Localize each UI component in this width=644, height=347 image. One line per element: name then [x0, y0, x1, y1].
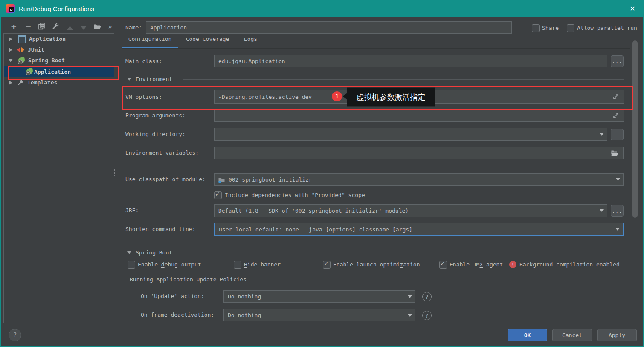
- jre-browse-button[interactable]: ...: [611, 205, 624, 217]
- main-class-input[interactable]: edu.jgsu.Application: [214, 55, 607, 67]
- on-update-dropdown-button[interactable]: [404, 291, 415, 302]
- name-label: Name:: [125, 24, 142, 31]
- tree-item-application-group[interactable]: Application: [4, 34, 114, 44]
- tree-item-junit-group[interactable]: JUnit: [4, 44, 114, 55]
- collapse-arrow-icon[interactable]: [9, 59, 13, 62]
- environment-section-line: [183, 79, 624, 80]
- jre-dropdown-button[interactable]: [596, 205, 607, 217]
- shorten-command-line-select[interactable]: user-local default: none - java [options…: [214, 223, 624, 236]
- environment-variables-input[interactable]: [214, 147, 624, 159]
- tree-item-templates[interactable]: Templates: [4, 77, 114, 88]
- name-input[interactable]: Application: [146, 21, 512, 34]
- main-class-browse-button[interactable]: ...: [611, 55, 624, 67]
- share-label: Share: [542, 25, 559, 31]
- include-provided-scope-checkbox[interactable]: ✓: [214, 191, 222, 199]
- spring-boot-type-icon: [18, 57, 25, 64]
- expand-arrow-icon[interactable]: [9, 48, 12, 52]
- on-update-action-select[interactable]: Do nothing: [223, 290, 415, 303]
- working-directory-label: Working directory:: [125, 131, 186, 137]
- on-update-action-label: On 'Update' action:: [141, 293, 204, 299]
- chevron-down-icon: [600, 133, 604, 136]
- allow-parallel-run-checkbox[interactable]: [567, 24, 574, 32]
- enable-launch-optimization-label: Enable launch optimization: [333, 261, 420, 268]
- templates-wrench-icon: [17, 79, 24, 86]
- jre-label: JRE:: [125, 207, 139, 214]
- use-classpath-select[interactable]: 002-springboot-initializr: [214, 173, 624, 186]
- jre-select[interactable]: Default (1.8 - SDK of '002-springboot-in…: [214, 204, 607, 217]
- expand-arrow-icon[interactable]: [9, 37, 12, 41]
- program-arguments-label: Program arguments:: [125, 112, 186, 119]
- working-directory-dropdown-button[interactable]: [596, 128, 607, 140]
- open-folder-icon[interactable]: [611, 149, 619, 156]
- chevron-down-icon: [408, 314, 412, 317]
- help-icon[interactable]: ?: [422, 292, 432, 301]
- tab-divider: [122, 48, 630, 49]
- environment-section-collapse-icon[interactable]: [127, 78, 131, 81]
- chevron-down-icon: [600, 209, 604, 212]
- remove-configuration-button[interactable]: −: [24, 22, 32, 31]
- error-icon: !: [509, 261, 516, 268]
- use-classpath-dropdown-button[interactable]: [612, 174, 623, 185]
- spring-boot-section-collapse-icon[interactable]: [127, 251, 131, 254]
- close-icon[interactable]: ✕: [627, 3, 638, 14]
- edit-templates-wrench-icon[interactable]: [51, 22, 60, 31]
- tree-item-application-selected[interactable]: Application: [4, 66, 114, 77]
- help-button[interactable]: ?: [9, 329, 21, 341]
- tab-configuration[interactable]: Configuration: [122, 38, 178, 45]
- expand-field-icon[interactable]: [612, 93, 619, 100]
- tree-item-spring-boot-group[interactable]: Spring Boot: [4, 55, 114, 66]
- enable-debug-output-label: Enable debug output: [138, 261, 201, 268]
- move-up-icon[interactable]: [66, 23, 74, 32]
- share-checkbox[interactable]: [532, 24, 540, 32]
- working-directory-input[interactable]: [214, 128, 607, 141]
- shorten-command-line-label: Shorten command line:: [125, 226, 195, 232]
- run-debug-configurations-dialog: IJ Run/Debug Configurations ✕ + − » Appl…: [0, 0, 644, 347]
- vertical-scrollbar[interactable]: [632, 40, 638, 218]
- spring-boot-type-icon: [26, 68, 33, 75]
- cancel-button[interactable]: Cancel: [552, 329, 592, 341]
- enable-launch-optimization-checkbox[interactable]: ✓: [323, 261, 331, 269]
- copy-configuration-icon[interactable]: [38, 22, 46, 31]
- more-actions-icon[interactable]: »: [106, 23, 114, 31]
- on-frame-dropdown-button[interactable]: [404, 309, 415, 321]
- working-directory-browse-button[interactable]: ...: [611, 129, 624, 140]
- junit-type-icon: [17, 47, 24, 53]
- move-down-icon[interactable]: [79, 23, 88, 32]
- expand-arrow-icon[interactable]: [9, 81, 12, 85]
- program-arguments-input[interactable]: [214, 109, 624, 122]
- spring-boot-section-line: [178, 253, 624, 253]
- splitter-handle[interactable]: [114, 169, 116, 178]
- module-icon: [218, 176, 225, 183]
- enable-jmx-agent-label: Enable JMX agent: [450, 261, 503, 268]
- tab-logs[interactable]: Logs: [239, 38, 262, 45]
- hide-banner-checkbox[interactable]: [234, 261, 241, 269]
- background-compilation-warning: Background compilation enabled: [519, 261, 620, 268]
- enable-jmx-agent-checkbox[interactable]: ✓: [439, 261, 447, 269]
- on-frame-deactivation-select[interactable]: Do nothing: [223, 309, 415, 321]
- title-bar[interactable]: IJ Run/Debug Configurations ✕: [0, 0, 644, 17]
- intellij-logo-icon: IJ: [6, 4, 15, 13]
- ok-button[interactable]: OK: [508, 329, 547, 341]
- add-configuration-button[interactable]: +: [9, 22, 18, 31]
- annotation-badge: 1: [332, 91, 342, 101]
- main-class-label: Main class:: [125, 58, 162, 64]
- on-frame-deactivation-label: On frame deactivation:: [141, 312, 214, 318]
- dialog-title: Run/Debug Configurations: [19, 5, 94, 12]
- chevron-down-icon: [615, 228, 620, 231]
- new-folder-icon[interactable]: [93, 22, 102, 31]
- expand-field-icon[interactable]: [612, 112, 619, 119]
- environment-variables-label: Environment variables:: [125, 150, 199, 156]
- update-policies-line: [251, 280, 430, 280]
- vm-options-label: VM options:: [125, 94, 162, 100]
- annotation-tooltip: 虚拟机参数激活指定: [347, 87, 435, 107]
- environment-section-title: Environment: [136, 76, 172, 82]
- application-type-icon: [18, 35, 26, 43]
- shorten-dropdown-button[interactable]: [612, 223, 623, 235]
- chevron-down-icon: [616, 178, 620, 181]
- update-policies-title: Running Application Update Policies: [130, 276, 247, 283]
- enable-debug-output-checkbox[interactable]: [128, 261, 135, 269]
- apply-button[interactable]: Apply: [597, 329, 637, 341]
- help-icon[interactable]: ?: [422, 311, 432, 320]
- tab-code-coverage[interactable]: Code Coverage: [181, 38, 234, 45]
- spring-boot-section-title: Spring Boot: [136, 249, 172, 256]
